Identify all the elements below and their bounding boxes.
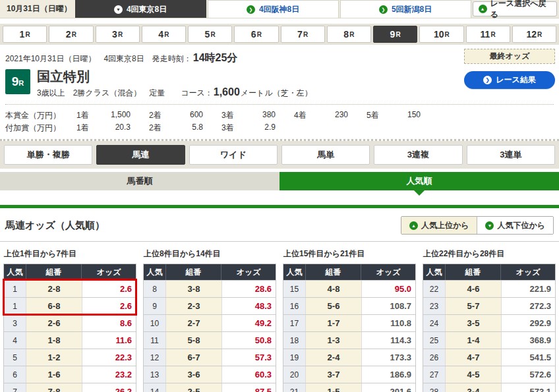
back-to-race-select-button[interactable]: ▲ レース選択へ戻る [473, 1, 557, 16]
meeting-tab-4回東京8日[interactable]: ▼4回東京8日 [75, 0, 206, 18]
race-tab-number: 5 [205, 29, 210, 40]
meeting-tab-4回阪神8日[interactable]: ❯4回阪神8日 [208, 0, 339, 18]
race-tab-8R[interactable]: 8R [327, 26, 371, 43]
divider [5, 104, 554, 105]
odds-cell: 87.5 [221, 383, 276, 392]
table-row[interactable]: 165-6108.7 [283, 297, 415, 314]
table-row[interactable]: 142-587.5 [144, 383, 276, 392]
race-tab-5R[interactable]: 5R [188, 26, 232, 43]
column-header-人気: 人気 [4, 264, 26, 280]
column-header-組番: 組番 [26, 264, 82, 280]
table-row[interactable]: 115-850.8 [144, 331, 276, 349]
race-tab-3R[interactable]: 3R [96, 26, 140, 43]
meeting-tab-5回新潟8日[interactable]: ❯5回新潟8日 [340, 0, 471, 18]
table-row[interactable]: 61-623.2 [4, 366, 136, 383]
prize-item: 5着150 [367, 110, 439, 121]
column-header-組番: 組番 [445, 264, 501, 280]
current-date: 10月31日（日曜） [0, 0, 75, 18]
prize-place-label: 5着 [367, 110, 389, 121]
bet-tab-3連単[interactable]: 3連単 [467, 145, 555, 165]
race-tab-1R[interactable]: 1R [3, 26, 47, 43]
race-tab-number: 12 [526, 29, 537, 40]
odds-cell: 114.3 [361, 332, 416, 349]
table-row[interactable]: 264-7541.5 [423, 349, 555, 366]
race-tab-number: 1 [20, 29, 25, 40]
table-row[interactable]: 12-82.6 [4, 280, 136, 297]
race-tab-2R[interactable]: 2R [49, 26, 93, 43]
chevron-up-icon: ▲ [479, 5, 487, 13]
race-tab-12R[interactable]: 12R [512, 26, 556, 43]
order-tab-人気順[interactable]: 人気順 [280, 172, 559, 190]
table-row[interactable]: 224-6221.9 [423, 280, 555, 297]
sort-button-人気下位から[interactable]: ▼人気下位から [477, 217, 553, 234]
sort-button-group: ▲人気上位から▼人気下位から [401, 216, 554, 235]
prize-row2-label: 付加賞（万円） [5, 123, 76, 134]
odds-cell: 26.2 [82, 383, 136, 392]
table-row[interactable]: 211-5201.6 [283, 383, 415, 392]
table-row[interactable]: 102-749.2 [144, 314, 276, 331]
bet-tab-単勝・複勝[interactable]: 単勝・複勝 [4, 145, 92, 165]
bet-tab-ワイド[interactable]: ワイド [189, 145, 278, 165]
pair-cell: 5-6 [305, 298, 361, 314]
rank-cell: 5 [4, 349, 26, 366]
race-tab-4R[interactable]: 4R [142, 26, 186, 43]
table-row[interactable]: 192-4173.3 [283, 349, 415, 366]
race-result-button[interactable]: ❯ レース結果 [464, 71, 555, 89]
race-number-strip: 1R2R3R4R5R6R7R8R9R10R11R12R [0, 24, 559, 45]
table-row[interactable]: 16-82.6 [4, 297, 136, 314]
prize-place-label: 1着 [76, 123, 99, 134]
rank-cell: 22 [423, 281, 445, 297]
final-odds-button[interactable]: 最終オッズ [464, 49, 555, 64]
pair-cell: 4-8 [305, 281, 361, 297]
pair-cell: 3-4 [445, 383, 501, 392]
table-row[interactable]: 235-7272.3 [423, 297, 555, 314]
pair-cell: 1-2 [26, 349, 82, 366]
race-number-badge: 9R [5, 69, 30, 94]
table-row[interactable]: 243-5292.9 [423, 314, 555, 331]
top-meeting-bar: 10月31日（日曜） ▼4回東京8日❯4回阪神8日❯5回新潟8日 ▲ レース選択… [0, 0, 559, 18]
bet-tab-馬連[interactable]: 馬連 [96, 145, 185, 165]
race-tab-11R[interactable]: 11R [466, 26, 510, 43]
rank-cell: 14 [144, 383, 165, 392]
column-header-人気: 人気 [283, 264, 305, 280]
race-tab-number: 7 [297, 29, 303, 40]
column-header-オッズ: オッズ [361, 264, 415, 280]
table-row[interactable]: 181-3114.3 [283, 331, 415, 349]
odds-cell: 272.3 [501, 298, 556, 314]
table-row[interactable]: 251-4368.9 [423, 331, 555, 349]
race-date-text: 2021年10月31日（日曜） 4回東京8日 [5, 53, 152, 65]
course-unit: メートル（芝・左） [241, 88, 312, 99]
odds-cell: 110.8 [361, 315, 416, 331]
table-row[interactable]: 92-348.3 [144, 297, 276, 314]
table-row[interactable]: 154-895.0 [283, 280, 415, 297]
table-row[interactable]: 83-828.6 [144, 280, 276, 297]
race-tab-7R[interactable]: 7R [281, 26, 325, 43]
table-row[interactable]: 77-826.2 [4, 383, 136, 392]
odds-table: 人気組番オッズ154-895.0165-6108.7171-7110.8181-… [283, 264, 416, 392]
table-row[interactable]: 32-68.6 [4, 314, 136, 331]
bet-tab-馬単[interactable]: 馬単 [281, 145, 370, 165]
odds-table: 人気組番オッズ12-82.616-82.632-68.641-811.651-2… [3, 264, 136, 392]
odds-group-caption: 上位1件目から7件目 [4, 248, 136, 260]
bet-tab-3連複[interactable]: 3連複 [374, 145, 462, 165]
chevron-up-icon: ▲ [409, 221, 418, 230]
table-row[interactable]: 171-7110.8 [283, 314, 415, 331]
table-row[interactable]: 51-222.3 [4, 349, 136, 366]
table-row[interactable]: 203-7186.9 [283, 366, 415, 383]
odds-table-header: 人気組番オッズ [144, 264, 276, 280]
race-tab-6R[interactable]: 6R [234, 26, 278, 43]
table-row[interactable]: 126-757.3 [144, 349, 276, 366]
odds-cell: 23.2 [82, 366, 136, 383]
pair-cell: 2-3 [165, 298, 221, 314]
prize-place-label: 2着 [149, 110, 171, 121]
sort-button-人気上位から[interactable]: ▲人気上位から [401, 217, 477, 234]
order-tab-馬番順[interactable]: 馬番順 [0, 172, 280, 190]
table-row[interactable]: 133-660.3 [144, 366, 276, 383]
race-tab-9R[interactable]: 9R [373, 26, 417, 43]
table-row[interactable]: 274-5572.6 [423, 366, 555, 383]
pair-cell: 3-5 [445, 315, 501, 331]
table-row[interactable]: 283-4573.1 [423, 383, 555, 392]
race-tab-suffix: R [72, 31, 76, 38]
table-row[interactable]: 41-811.6 [4, 331, 136, 349]
race-tab-10R[interactable]: 10R [419, 26, 463, 43]
